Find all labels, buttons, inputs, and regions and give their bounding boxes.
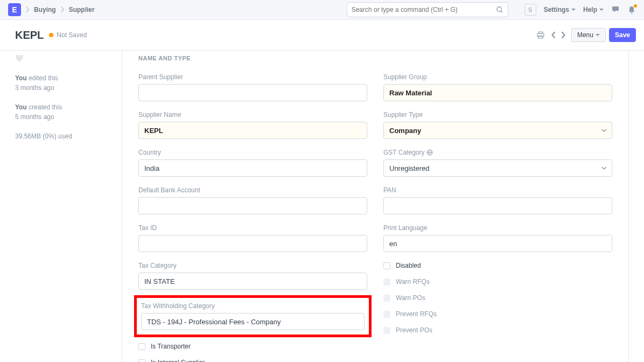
edit-action: created this — [29, 103, 62, 111]
form-columns: Parent Supplier Supplier Name Country De… — [138, 73, 612, 362]
user-avatar[interactable]: S — [524, 4, 536, 16]
print-language-label: Print Language — [383, 224, 612, 232]
checkbox-icon — [383, 279, 390, 286]
supplier-name-label: Supplier Name — [138, 111, 367, 119]
nav-arrows — [549, 30, 568, 40]
next-icon[interactable] — [558, 30, 568, 40]
menu-label: Menu — [577, 31, 593, 39]
tax-category-input[interactable] — [138, 273, 367, 290]
form-col-right: Supplier Group Supplier Type GST Categor… — [383, 73, 612, 362]
save-button[interactable]: Save — [609, 28, 636, 42]
gst-category-select[interactable] — [383, 159, 612, 177]
help-link[interactable]: Help — [583, 6, 604, 13]
tax-id-group: Tax ID — [138, 224, 367, 252]
edit-who: You — [15, 103, 27, 111]
checkbox-icon — [383, 311, 390, 318]
gst-category-label-text: GST Category — [383, 149, 424, 156]
menu-button[interactable]: Menu — [571, 28, 606, 42]
form-col-left: Parent Supplier Supplier Name Country De… — [138, 73, 367, 362]
warn-rfqs-checkbox[interactable]: Warn RFQs — [383, 278, 612, 286]
navbar: E Buying Supplier S Settings Help — [0, 0, 644, 20]
help-label: Help — [583, 6, 597, 13]
print-language-group: Print Language — [383, 224, 612, 252]
chevron-down-icon — [596, 34, 600, 36]
default-bank-group: Default Bank Account — [138, 186, 367, 214]
country-label: Country — [138, 149, 367, 156]
chat-icon[interactable] — [611, 5, 620, 14]
country-group: Country — [138, 149, 367, 177]
breadcrumb-buying[interactable]: Buying — [34, 6, 56, 13]
supplier-group-label: Supplier Group — [383, 73, 612, 81]
tax-withholding-group: Tax Withholding Category — [141, 302, 365, 330]
warn-pos-checkbox[interactable]: Warn POs — [383, 294, 612, 302]
parent-supplier-group: Parent Supplier — [138, 73, 367, 101]
search-input[interactable] — [352, 6, 496, 13]
checkbox-icon — [383, 262, 390, 269]
tax-withholding-label: Tax Withholding Category — [141, 302, 365, 310]
supplier-type-label: Supplier Type — [383, 111, 612, 119]
section-label: NAME AND TYPE — [138, 51, 612, 61]
form-main: NAME AND TYPE Parent Supplier Supplier N… — [122, 51, 629, 362]
supplier-type-select[interactable] — [383, 122, 612, 139]
parent-supplier-input[interactable] — [138, 84, 367, 101]
edit-when: 3 months ago — [15, 84, 54, 92]
tax-id-input[interactable] — [138, 235, 367, 252]
globe-icon — [426, 149, 433, 156]
chevron-down-icon — [599, 9, 604, 11]
search-icon — [496, 6, 503, 13]
navbar-left: E Buying Supplier — [8, 3, 347, 16]
pan-input[interactable] — [383, 197, 612, 214]
page-header: KEPL Not Saved Menu Save — [0, 20, 644, 51]
global-search[interactable] — [347, 2, 508, 17]
is-internal-checkbox[interactable]: Is Internal Supplier — [138, 359, 367, 362]
print-language-input[interactable] — [383, 235, 612, 252]
page-body: You edited this 3 months ago You created… — [0, 51, 644, 362]
prev-icon[interactable] — [549, 30, 558, 40]
country-input[interactable] — [138, 159, 367, 177]
prevent-rfqs-checkbox[interactable]: Prevent RFQs — [383, 310, 612, 318]
edit-log-item: You created this 5 months ago — [15, 102, 114, 122]
like-icon[interactable] — [15, 55, 114, 62]
edit-when: 5 months ago — [15, 113, 54, 121]
is-transporter-checkbox[interactable]: Is Transporter — [138, 343, 367, 350]
pan-group: PAN — [383, 186, 612, 214]
status-text: Not Saved — [57, 31, 87, 39]
prevent-rfqs-label: Prevent RFQs — [396, 310, 437, 318]
disabled-label: Disabled — [396, 262, 421, 269]
default-bank-input[interactable] — [138, 197, 367, 214]
edit-log-item: You edited this 3 months ago — [15, 73, 114, 93]
pan-label: PAN — [383, 186, 612, 194]
settings-label: Settings — [544, 6, 569, 13]
edit-who: You — [15, 74, 27, 82]
breadcrumb-sep-icon — [60, 6, 65, 13]
settings-link[interactable]: Settings — [544, 6, 576, 13]
print-icon[interactable] — [536, 30, 545, 40]
checkbox-icon — [383, 295, 390, 302]
notification-icon[interactable] — [627, 5, 636, 14]
supplier-group-input[interactable] — [383, 84, 612, 101]
tax-withholding-input[interactable] — [141, 313, 365, 330]
supplier-name-input[interactable] — [138, 122, 367, 139]
checkbox-icon — [138, 359, 145, 363]
status-dot-icon — [49, 33, 53, 37]
tax-id-label: Tax ID — [138, 224, 367, 232]
warn-pos-label: Warn POs — [396, 294, 425, 302]
is-internal-label: Is Internal Supplier — [151, 359, 205, 362]
app-logo[interactable]: E — [8, 3, 21, 16]
sidebar: You edited this 3 months ago You created… — [0, 51, 122, 362]
notification-dot-icon — [634, 4, 637, 8]
checkbox-icon — [383, 327, 390, 334]
prevent-pos-checkbox[interactable]: Prevent POs — [383, 326, 612, 334]
gst-category-group: GST Category — [383, 149, 612, 177]
svg-point-0 — [496, 7, 501, 12]
storage-info: 39.56MB (0%) used — [15, 131, 114, 141]
gst-category-label: GST Category — [383, 149, 612, 156]
breadcrumb-supplier[interactable]: Supplier — [69, 6, 95, 13]
edit-action: edited this — [29, 74, 58, 82]
supplier-group-group: Supplier Group — [383, 73, 612, 101]
default-bank-label: Default Bank Account — [138, 186, 367, 194]
tax-category-group: Tax Category — [138, 262, 367, 290]
checkbox-icon — [138, 343, 145, 350]
disabled-checkbox[interactable]: Disabled — [383, 262, 612, 269]
tax-category-label: Tax Category — [138, 262, 367, 269]
